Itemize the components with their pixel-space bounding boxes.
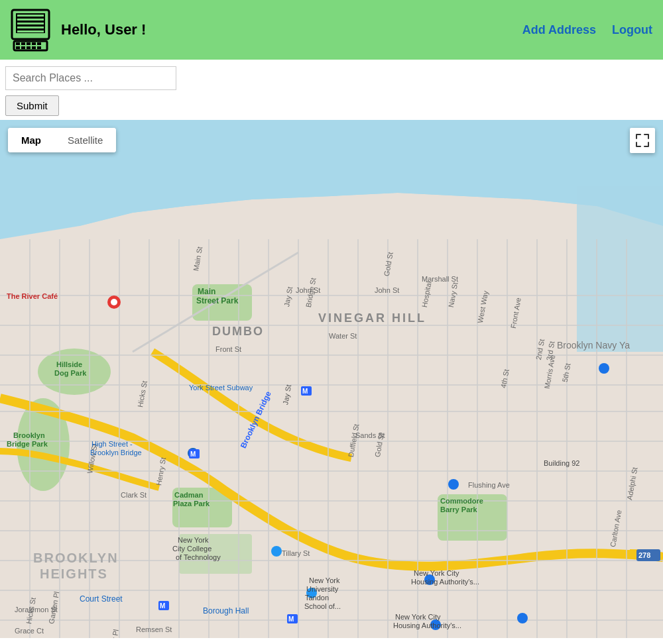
svg-point-73: [599, 363, 609, 374]
svg-text:The River Café: The River Café: [7, 292, 58, 300]
submit-button[interactable]: Submit: [5, 95, 59, 116]
svg-text:Housing Authority's...: Housing Authority's...: [411, 578, 479, 586]
svg-text:Barry Park: Barry Park: [440, 506, 478, 513]
svg-text:Remsen St: Remsen St: [136, 625, 172, 633]
fullscreen-icon: [635, 133, 650, 148]
svg-text:M: M: [288, 616, 294, 623]
svg-text:New York: New York: [309, 576, 340, 584]
logout-button[interactable]: Logout: [612, 23, 652, 37]
svg-text:278: 278: [638, 551, 650, 559]
svg-rect-5: [17, 27, 44, 28]
svg-text:Hillside: Hillside: [56, 360, 82, 368]
svg-rect-16: [32, 46, 36, 49]
svg-text:Front St: Front St: [215, 345, 241, 353]
svg-text:Water St: Water St: [329, 332, 357, 340]
map-background: 278 278 M M M M M M M: [0, 120, 663, 638]
svg-text:Dog Park: Dog Park: [54, 369, 87, 377]
svg-rect-28: [577, 186, 663, 352]
svg-text:Brooklyn Bridge: Brooklyn Bridge: [90, 449, 142, 456]
svg-text:M: M: [190, 451, 196, 458]
svg-point-82: [517, 613, 528, 623]
svg-text:High Street -: High Street -: [91, 440, 133, 448]
svg-text:BROOKLYN: BROOKLYN: [33, 551, 119, 565]
svg-rect-17: [37, 46, 41, 49]
satellite-button[interactable]: Satellite: [54, 128, 116, 152]
svg-rect-9: [21, 42, 25, 45]
svg-text:Main: Main: [198, 287, 215, 296]
svg-text:Street Park: Street Park: [196, 296, 239, 305]
svg-text:New York City: New York City: [414, 569, 459, 577]
svg-point-71: [111, 299, 117, 305]
svg-rect-4: [17, 23, 44, 25]
search-area: [0, 60, 663, 93]
svg-text:School of...: School of...: [304, 602, 341, 610]
svg-text:Plaza Park: Plaza Park: [173, 500, 210, 508]
svg-rect-12: [37, 42, 41, 45]
search-input[interactable]: [5, 66, 176, 90]
svg-text:M: M: [302, 388, 308, 395]
svg-text:Grace Ct: Grace Ct: [15, 627, 44, 635]
map-toggle: Map Satellite: [8, 128, 116, 152]
svg-text:HEIGHTS: HEIGHTS: [40, 566, 108, 581]
svg-rect-11: [32, 42, 36, 45]
svg-text:Clark St: Clark St: [121, 491, 147, 499]
map-button[interactable]: Map: [8, 128, 54, 152]
app-header: Hello, User ! Add Address Logout: [0, 0, 663, 60]
logo-icon: [11, 7, 50, 53]
svg-point-81: [271, 546, 282, 557]
svg-rect-8: [16, 42, 20, 45]
svg-text:University: University: [306, 585, 339, 593]
svg-text:Bridge Park: Bridge Park: [7, 440, 48, 448]
svg-text:Flushing Ave: Flushing Ave: [468, 481, 510, 489]
svg-text:New York City: New York City: [395, 613, 441, 621]
svg-text:Tillary St: Tillary St: [282, 549, 310, 557]
svg-rect-10: [27, 42, 30, 45]
svg-text:DUMBO: DUMBO: [212, 325, 264, 338]
greeting-text: Hello, User !: [61, 21, 146, 38]
svg-rect-2: [17, 15, 44, 17]
header-left: Hello, User !: [11, 7, 146, 53]
svg-rect-14: [21, 46, 25, 49]
svg-text:Cadman: Cadman: [174, 491, 204, 499]
svg-text:VINEGAR HILL: VINEGAR HILL: [318, 311, 426, 325]
svg-text:Building 92: Building 92: [544, 459, 579, 467]
svg-text:New York: New York: [178, 536, 209, 544]
svg-rect-6: [17, 30, 44, 32]
add-address-button[interactable]: Add Address: [522, 23, 596, 37]
svg-rect-3: [17, 19, 44, 21]
svg-text:Court Street: Court Street: [80, 594, 123, 604]
svg-text:Borough Hall: Borough Hall: [203, 606, 249, 616]
svg-text:Housing Authority's...: Housing Authority's...: [393, 621, 461, 629]
svg-text:Brooklyn: Brooklyn: [13, 431, 45, 439]
svg-point-83: [448, 479, 459, 490]
svg-text:Commodore: Commodore: [440, 497, 483, 505]
svg-text:M: M: [160, 602, 165, 610]
fullscreen-button[interactable]: [630, 128, 655, 153]
svg-text:Tandon: Tandon: [305, 594, 329, 602]
svg-text:of Technology: of Technology: [176, 553, 221, 561]
svg-text:York Street Subway: York Street Subway: [189, 384, 253, 392]
svg-rect-13: [16, 46, 20, 49]
submit-area: Submit: [0, 93, 663, 120]
map-container: 278 278 M M M M M M M: [0, 120, 663, 638]
svg-text:John St: John St: [375, 286, 399, 294]
svg-text:City College: City College: [172, 545, 211, 553]
svg-rect-15: [27, 46, 30, 49]
svg-text:Brooklyn Navy Ya: Brooklyn Navy Ya: [557, 340, 630, 350]
header-right: Add Address Logout: [522, 23, 652, 37]
